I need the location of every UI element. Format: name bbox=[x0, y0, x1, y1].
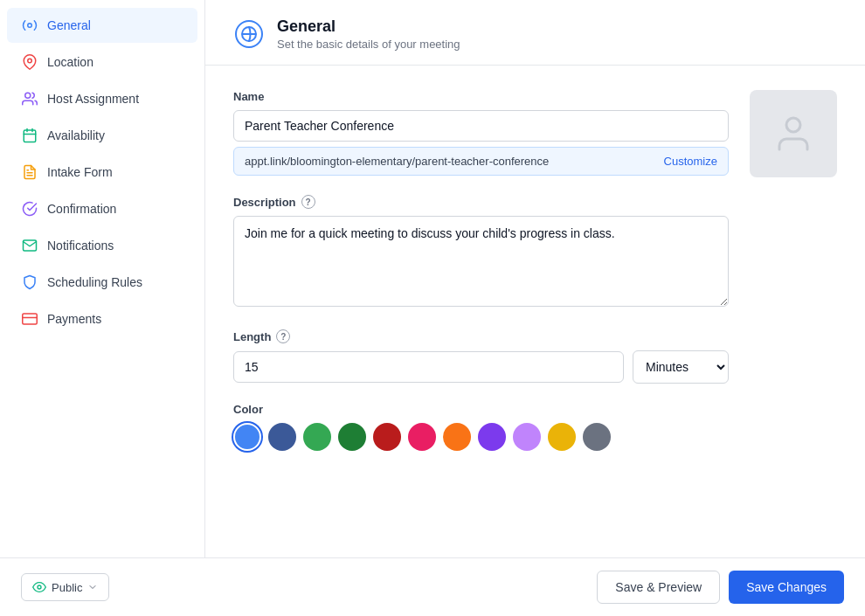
confirmation-icon bbox=[21, 200, 38, 218]
color-swatch-navy[interactable] bbox=[268, 423, 296, 451]
sidebar-item-confirmation-label: Confirmation bbox=[47, 202, 116, 216]
sidebar-item-intake-form[interactable]: Intake Form bbox=[7, 155, 197, 190]
color-swatch-purple[interactable] bbox=[478, 423, 506, 451]
color-swatch-dark-green[interactable] bbox=[338, 423, 366, 451]
footer-buttons: Save & Preview Save Changes bbox=[597, 571, 844, 604]
scheduling-rules-icon bbox=[21, 273, 38, 291]
color-swatch-pink[interactable] bbox=[408, 423, 436, 451]
color-label: Color bbox=[233, 403, 729, 416]
avatar-placeholder bbox=[750, 90, 837, 177]
length-label: Length ? bbox=[233, 329, 729, 343]
color-swatch-green[interactable] bbox=[303, 423, 331, 451]
sidebar-item-host-assignment[interactable]: Host Assignment bbox=[7, 81, 197, 116]
sidebar-item-payments[interactable]: Payments bbox=[7, 301, 197, 336]
description-label: Description ? bbox=[233, 195, 729, 209]
eye-icon bbox=[32, 580, 46, 594]
header-icon bbox=[233, 18, 265, 50]
content-header: General Set the basic details of your me… bbox=[205, 0, 865, 66]
svg-rect-3 bbox=[24, 130, 36, 142]
payments-icon bbox=[21, 310, 38, 328]
sidebar-item-location[interactable]: Location bbox=[7, 45, 197, 80]
svg-point-14 bbox=[38, 585, 41, 589]
color-swatch-blue[interactable] bbox=[233, 423, 261, 451]
color-field-group: Color bbox=[233, 403, 729, 451]
header-text: General Set the basic details of your me… bbox=[277, 17, 460, 51]
sidebar-item-scheduling-rules-label: Scheduling Rules bbox=[47, 275, 142, 289]
length-input[interactable] bbox=[233, 351, 624, 383]
sidebar-item-availability-label: Availability bbox=[47, 128, 105, 142]
length-field-group: Length ? Minutes Hours bbox=[233, 329, 729, 384]
customize-link[interactable]: Customize bbox=[664, 155, 717, 168]
location-icon bbox=[21, 53, 38, 71]
sidebar-item-host-assignment-label: Host Assignment bbox=[47, 92, 139, 106]
svg-rect-9 bbox=[23, 314, 38, 324]
save-changes-button[interactable]: Save Changes bbox=[729, 571, 844, 604]
sidebar-item-notifications[interactable]: Notifications bbox=[7, 228, 197, 263]
sidebar-item-scheduling-rules[interactable]: Scheduling Rules bbox=[7, 265, 197, 300]
page-subtitle: Set the basic details of your meeting bbox=[277, 38, 460, 51]
public-label: Public bbox=[52, 581, 82, 594]
description-field-group: Description ? bbox=[233, 195, 729, 310]
sidebar-item-intake-form-label: Intake Form bbox=[47, 165, 113, 179]
page-title: General bbox=[277, 17, 460, 36]
chevron-down-icon bbox=[87, 582, 98, 592]
save-preview-button[interactable]: Save & Preview bbox=[597, 571, 720, 604]
color-swatch-yellow[interactable] bbox=[548, 423, 576, 451]
sidebar-item-notifications-label: Notifications bbox=[47, 239, 114, 253]
url-text: appt.link/bloomington-elementary/parent-… bbox=[245, 155, 549, 168]
length-help-icon[interactable]: ? bbox=[276, 329, 290, 343]
form-section: Name appt.link/bloomington-elementary/pa… bbox=[233, 90, 729, 470]
availability-icon bbox=[21, 127, 38, 144]
color-swatch-gray[interactable] bbox=[583, 423, 611, 451]
length-row: Minutes Hours bbox=[233, 350, 729, 384]
host-assignment-icon bbox=[21, 90, 38, 107]
svg-point-0 bbox=[28, 24, 32, 28]
color-swatch-orange[interactable] bbox=[443, 423, 471, 451]
sidebar-item-payments-label: Payments bbox=[47, 312, 101, 326]
public-button[interactable]: Public bbox=[21, 573, 109, 601]
description-help-icon[interactable]: ? bbox=[301, 195, 315, 209]
content-area: General Set the basic details of your me… bbox=[205, 0, 865, 557]
intake-form-icon bbox=[21, 163, 38, 181]
avatar-area bbox=[750, 90, 837, 470]
sidebar-item-general[interactable]: General bbox=[7, 8, 197, 43]
color-swatch-lavender[interactable] bbox=[513, 423, 541, 451]
content-body: Name appt.link/bloomington-elementary/pa… bbox=[205, 66, 865, 495]
name-input[interactable] bbox=[233, 110, 729, 142]
name-field-group: Name appt.link/bloomington-elementary/pa… bbox=[233, 90, 729, 176]
length-unit-select[interactable]: Minutes Hours bbox=[633, 350, 729, 384]
color-swatch-red[interactable] bbox=[373, 423, 401, 451]
svg-point-1 bbox=[28, 59, 32, 63]
url-bar: appt.link/bloomington-elementary/parent-… bbox=[233, 147, 729, 176]
footer: Public Save & Preview Save Changes bbox=[0, 557, 865, 616]
name-label: Name bbox=[233, 90, 729, 103]
color-swatches bbox=[233, 423, 729, 451]
notifications-icon bbox=[21, 237, 38, 254]
sidebar-item-availability[interactable]: Availability bbox=[7, 118, 197, 153]
svg-point-13 bbox=[786, 118, 800, 132]
sidebar-item-location-label: Location bbox=[47, 55, 93, 69]
svg-point-2 bbox=[25, 93, 31, 98]
sidebar: General Location Host Assignment bbox=[0, 0, 205, 557]
general-icon bbox=[21, 17, 38, 34]
sidebar-item-confirmation[interactable]: Confirmation bbox=[7, 191, 197, 226]
sidebar-item-general-label: General bbox=[47, 18, 91, 32]
description-textarea[interactable] bbox=[233, 216, 729, 307]
